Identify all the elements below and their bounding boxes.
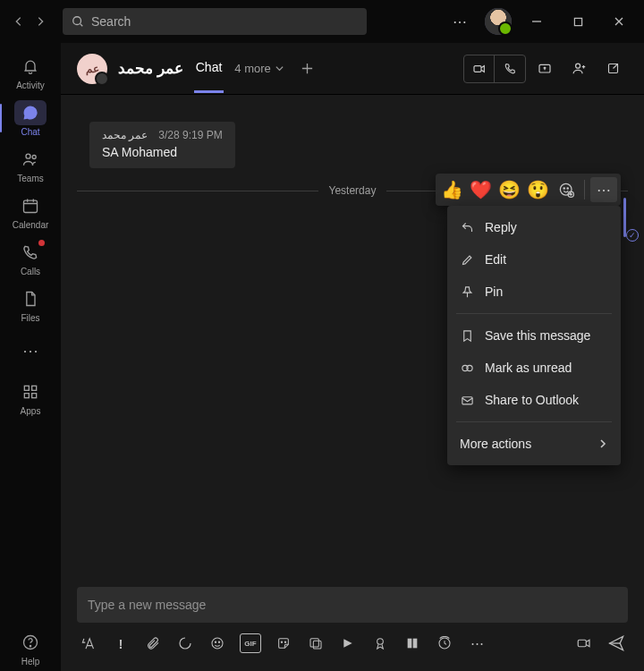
title-bar: Search ⋯ xyxy=(0,0,644,43)
nav-back[interactable] xyxy=(9,12,29,31)
pin-icon xyxy=(460,285,474,299)
rail-label: Calls xyxy=(21,267,40,276)
message-author: عمر محمد xyxy=(102,129,148,141)
settings-more-icon[interactable]: ⋯ xyxy=(444,5,476,38)
chat-avatar[interactable]: عم xyxy=(77,54,107,84)
rail-activity[interactable]: Activity xyxy=(0,48,61,95)
rail-calendar[interactable]: Calendar xyxy=(0,188,61,234)
compose-input[interactable]: Type a new message xyxy=(77,587,628,623)
send-button[interactable] xyxy=(606,633,626,653)
rail-label: Activity xyxy=(16,81,45,90)
message-bubble[interactable]: عمر محمد 3/28 9:19 PM SA Mohamed xyxy=(89,122,235,168)
menu-more-actions[interactable]: More actions xyxy=(447,428,621,460)
screen-share-button[interactable] xyxy=(530,55,560,82)
svg-point-0 xyxy=(73,17,81,25)
chat-title: عمر محمد xyxy=(118,59,183,78)
rail-label: Apps xyxy=(21,406,41,416)
rail-help[interactable]: Help xyxy=(0,624,61,671)
svg-point-22 xyxy=(212,638,223,649)
svg-rect-21 xyxy=(462,396,471,403)
meet-now-icon[interactable] xyxy=(574,633,594,653)
reply-icon xyxy=(460,220,474,234)
apps-icon xyxy=(21,383,39,401)
rail-label: Chat xyxy=(21,127,39,137)
reaction-add[interactable] xyxy=(554,177,579,202)
file-icon xyxy=(21,290,39,308)
rail-apps[interactable]: Apps xyxy=(0,374,61,420)
menu-edit[interactable]: Edit xyxy=(447,243,621,276)
edit-icon xyxy=(460,252,474,267)
format-icon[interactable] xyxy=(79,633,98,653)
svg-rect-8 xyxy=(32,393,37,397)
video-call-button[interactable] xyxy=(464,55,495,82)
svg-rect-1 xyxy=(574,18,581,25)
search-placeholder: Search xyxy=(91,14,131,29)
help-icon xyxy=(21,633,39,651)
rail-label: Files xyxy=(21,313,39,323)
priority-icon[interactable]: ! xyxy=(111,633,131,653)
menu-reply[interactable]: Reply xyxy=(447,211,621,243)
stream-icon[interactable] xyxy=(338,633,358,653)
tab-more[interactable]: 4 more xyxy=(234,62,284,75)
schedule-icon[interactable] xyxy=(435,633,454,653)
add-people-button[interactable] xyxy=(564,55,594,82)
chat-body: عمر محمد 3/28 9:19 PM SA Mohamed Yesterd… xyxy=(61,95,644,587)
viva-icon[interactable] xyxy=(402,633,422,653)
chat-header: عم عمر محمد Chat 4 more xyxy=(61,43,644,95)
reaction-like[interactable]: 👍 xyxy=(439,177,464,202)
rail-files[interactable]: Files xyxy=(0,281,61,327)
current-user-avatar[interactable] xyxy=(485,8,512,35)
svg-rect-7 xyxy=(24,393,29,397)
message-more-actions[interactable]: ⋯ xyxy=(590,177,617,202)
reaction-laugh[interactable]: 😆 xyxy=(496,177,521,202)
message-text: SA Mohamed xyxy=(102,145,223,159)
chat-icon xyxy=(21,104,39,122)
svg-rect-31 xyxy=(413,639,418,649)
rail-more[interactable]: ⋯ xyxy=(0,327,61,374)
reaction-surprised[interactable]: 😲 xyxy=(525,177,550,202)
emoji-icon[interactable] xyxy=(208,633,227,653)
window-close[interactable] xyxy=(603,5,635,38)
svg-rect-11 xyxy=(474,65,481,72)
nav-forward[interactable] xyxy=(30,12,50,31)
window-maximize[interactable] xyxy=(562,5,594,38)
window-minimize[interactable] xyxy=(521,5,553,38)
compose-more-icon[interactable]: ⋯ xyxy=(467,633,487,653)
rail-chat[interactable]: Chat xyxy=(0,95,61,141)
gif-icon[interactable]: GIF xyxy=(240,633,261,653)
loop-icon[interactable] xyxy=(175,633,195,653)
mail-icon xyxy=(460,393,474,407)
tab-chat[interactable]: Chat xyxy=(194,44,225,93)
audio-call-button[interactable] xyxy=(495,55,525,82)
unread-icon xyxy=(460,361,474,375)
svg-rect-6 xyxy=(32,386,37,390)
popout-button[interactable] xyxy=(597,55,628,82)
rail-label: Teams xyxy=(17,174,43,183)
phone-icon xyxy=(21,243,39,261)
reaction-heart[interactable]: ❤️ xyxy=(468,177,493,202)
message-context-menu: Reply Edit Pin Save this message Mark as… xyxy=(447,206,621,465)
svg-point-25 xyxy=(281,641,282,642)
calendar-icon xyxy=(21,197,39,215)
add-tab-button[interactable] xyxy=(301,62,314,75)
svg-point-23 xyxy=(215,641,216,642)
message-timestamp: 3/28 9:19 PM xyxy=(158,129,222,141)
approvals-icon[interactable] xyxy=(370,633,390,653)
search-input[interactable]: Search xyxy=(63,8,367,35)
tab-more-label: 4 more xyxy=(234,62,270,75)
svg-rect-4 xyxy=(24,200,38,212)
menu-share-outlook[interactable]: Share to Outlook xyxy=(447,384,621,416)
menu-pin[interactable]: Pin xyxy=(447,276,621,308)
app-rail: Activity Chat Teams Calendar Calls Files… xyxy=(0,43,61,671)
rail-calls[interactable]: Calls xyxy=(0,234,61,281)
svg-rect-5 xyxy=(24,386,29,390)
missed-call-badge xyxy=(38,240,45,246)
menu-save[interactable]: Save this message xyxy=(447,319,621,352)
menu-unread[interactable]: Mark as unread xyxy=(447,352,621,384)
rail-teams[interactable]: Teams xyxy=(0,141,61,188)
svg-point-29 xyxy=(377,639,384,645)
attach-icon[interactable] xyxy=(143,633,163,653)
rail-label: Help xyxy=(21,657,40,667)
sticker-icon[interactable] xyxy=(274,633,293,653)
actions-icon[interactable] xyxy=(306,633,326,653)
